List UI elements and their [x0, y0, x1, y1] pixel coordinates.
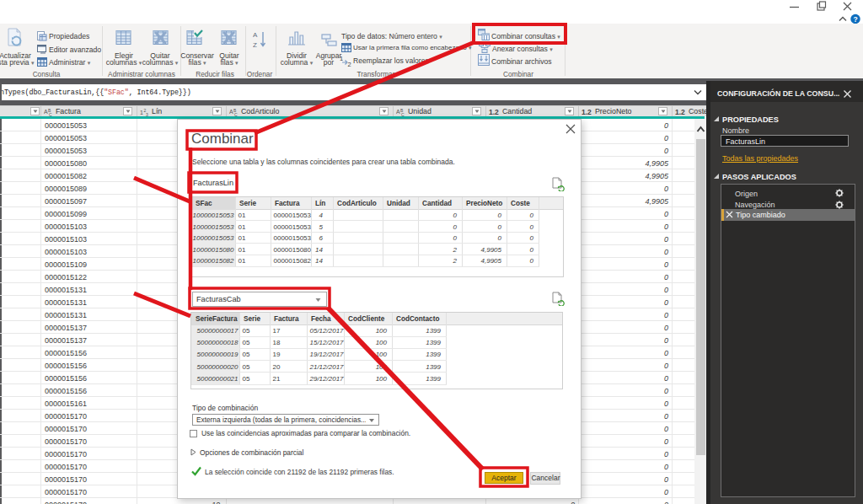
svg-text:1: 1 [140, 110, 143, 115]
